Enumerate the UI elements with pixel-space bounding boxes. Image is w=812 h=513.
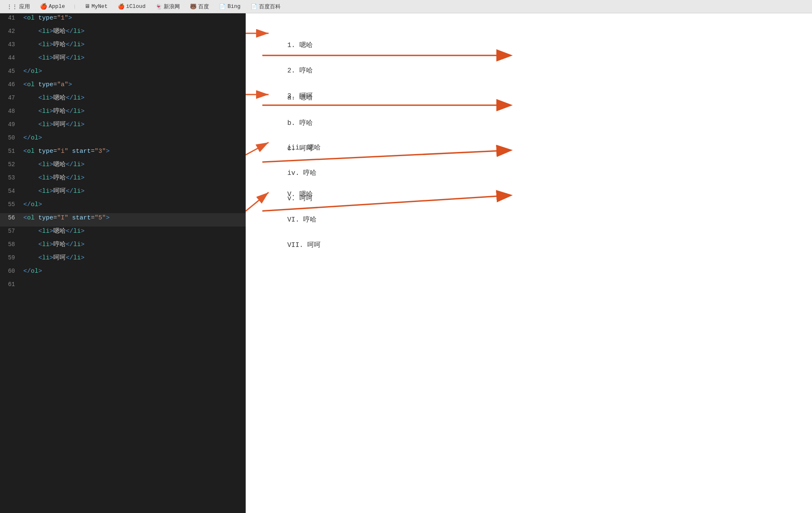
sina-bookmark[interactable]: 👻 新浪网: [154, 2, 182, 11]
code-line-47: 47 <li>嗯哈</li>: [0, 93, 246, 107]
icloud-icon: 🍎: [118, 3, 125, 10]
code-line-59: 59 <li>呵呵</li>: [0, 253, 246, 266]
list4-items: V. 嗯哈 VI. 哼哈 VII. 呵呵: [287, 188, 321, 252]
line-content-55: </ol>: [22, 200, 246, 210]
line-content-51: <ol type="i" start="3">: [22, 147, 246, 157]
line-num-55: 55: [0, 200, 22, 209]
line-content-47: <li>嗯哈</li>: [22, 93, 246, 103]
apps-grid-icon: ⋮⋮: [7, 3, 17, 10]
bing-icon: 📄: [219, 3, 226, 10]
list4-item-3: VII. 呵呵: [287, 239, 321, 252]
line-content-45: </ol>: [22, 67, 246, 77]
line-content-60: </ol>: [22, 266, 246, 276]
baidu-baike-icon: 📄: [251, 3, 257, 10]
line-content-43: <li>哼哈</li>: [22, 40, 246, 50]
apps-menu[interactable]: ⋮⋮ 应用: [5, 2, 32, 11]
list2-item-2: b. 哼哈: [287, 117, 313, 129]
code-line-53: 53 <li>哼哈</li>: [0, 173, 246, 187]
preview-panel: 1. 嗯哈 2. 哼哈 3. 呵呵 a. 嗯哈 b. 哼哈 c. 呵呵 iii.…: [246, 13, 812, 513]
code-line-44: 44 <li>呵呵</li>: [0, 53, 246, 67]
list4-item-1: V. 嗯哈: [287, 188, 321, 201]
line-content-44: <li>呵呵</li>: [22, 53, 246, 63]
line-content-46: <ol type="a">: [22, 80, 246, 90]
list1-item-1: 1. 嗯哈: [287, 39, 313, 52]
code-line-51: 51 <ol type="i" start="3">: [0, 147, 246, 160]
line-content-58: <li>哼哈</li>: [22, 240, 246, 250]
baidu-label: 百度: [198, 3, 209, 10]
line-content-56: <ol type="I" start="5">: [22, 213, 246, 223]
bing-bookmark[interactable]: 📄 Bing: [217, 2, 242, 11]
code-line-55: 55 </ol>: [0, 200, 246, 213]
apple-label: Apple: [49, 3, 65, 10]
preview-list-4: V. 嗯哈 VI. 哼哈 VII. 呵呵: [287, 188, 321, 264]
line-content-57: <li>嗯哈</li>: [22, 227, 246, 237]
line-content-50: </ol>: [22, 133, 246, 143]
code-panel: 41 <ol type="1"> 42 <li>嗯哈</li> 43 <li>哼…: [0, 13, 246, 513]
line-content-41: <ol type="1">: [22, 13, 246, 23]
baidu-baike-bookmark[interactable]: 📄 百度百科: [249, 2, 282, 11]
mynet-label: MyNet: [92, 3, 108, 10]
browser-bar: ⋮⋮ 应用 🍎 Apple | 🖥 MyNet 🍎 iCloud 👻 新浪网 🐻…: [0, 0, 812, 13]
line-num-61: 61: [0, 280, 22, 289]
code-line-57: 57 <li>嗯哈</li>: [0, 227, 246, 240]
icloud-bookmark[interactable]: 🍎 iCloud: [116, 2, 147, 11]
mynet-bookmark[interactable]: 🖥 MyNet: [83, 2, 110, 10]
line-num-59: 59: [0, 253, 22, 262]
sina-icon: 👻: [155, 3, 162, 10]
list3-item-2: iv. 哼哈: [287, 167, 321, 179]
code-line-48: 48 <li>哼哈</li>: [0, 107, 246, 120]
main-content: 41 <ol type="1"> 42 <li>嗯哈</li> 43 <li>哼…: [0, 13, 812, 513]
line-num-44: 44: [0, 53, 22, 62]
mynet-icon: 🖥: [85, 3, 90, 10]
line-content-52: <li>嗯哈</li>: [22, 160, 246, 170]
apple-bookmark[interactable]: 🍎 Apple: [38, 2, 67, 11]
code-line-49: 49 <li>呵呵</li>: [0, 120, 246, 133]
list3-item-1: iii. 嗯哈: [287, 142, 321, 154]
arrows-overlay: [262, 22, 795, 396]
line-num-52: 52: [0, 160, 22, 169]
apps-label: 应用: [19, 3, 30, 10]
baidu-icon: 🐻: [190, 3, 197, 10]
code-line-54: 54 <li>呵呵</li>: [0, 187, 246, 200]
baidu-baike-label: 百度百科: [259, 3, 281, 10]
line-num-56: 56: [0, 213, 22, 222]
sina-label: 新浪网: [164, 3, 180, 10]
code-line-61: 61: [0, 280, 246, 293]
line-num-57: 57: [0, 227, 22, 236]
line-content-49: <li>呵呵</li>: [22, 120, 246, 130]
code-line-41: 41 <ol type="1">: [0, 13, 246, 27]
code-line-50: 50 </ol>: [0, 133, 246, 147]
apple-icon: 🍎: [40, 3, 47, 10]
line-num-60: 60: [0, 266, 22, 276]
code-line-46: 46 <ol type="a">: [0, 80, 246, 93]
line-content-54: <li>呵呵</li>: [22, 187, 246, 197]
line-num-47: 47: [0, 93, 22, 102]
line-content-42: <li>嗯哈</li>: [22, 27, 246, 37]
icloud-label: iCloud: [126, 3, 146, 10]
code-line-60: 60 </ol>: [0, 266, 246, 280]
code-line-45: 45 </ol>: [0, 67, 246, 80]
list4-item-2: VI. 哼哈: [287, 214, 321, 226]
line-num-51: 51: [0, 147, 22, 156]
line-num-43: 43: [0, 40, 22, 49]
separator-1: |: [73, 4, 76, 9]
line-num-46: 46: [0, 80, 22, 89]
line-num-42: 42: [0, 27, 22, 36]
code-line-58: 58 <li>哼哈</li>: [0, 240, 246, 253]
line-num-50: 50: [0, 133, 22, 142]
baidu-bookmark[interactable]: 🐻 百度: [188, 2, 211, 11]
line-num-53: 53: [0, 173, 22, 182]
line-content-53: <li>哼哈</li>: [22, 173, 246, 183]
line-content-48: <li>哼哈</li>: [22, 107, 246, 117]
line-num-58: 58: [0, 240, 22, 249]
bing-label: Bing: [227, 3, 240, 10]
code-line-56: 56 <ol type="I" start="5">: [0, 213, 246, 227]
line-content-59: <li>呵呵</li>: [22, 253, 246, 263]
preview-container: 1. 嗯哈 2. 哼哈 3. 呵呵 a. 嗯哈 b. 哼哈 c. 呵呵 iii.…: [262, 22, 795, 505]
line-num-45: 45: [0, 67, 22, 76]
line-num-49: 49: [0, 120, 22, 129]
code-line-52: 52 <li>嗯哈</li>: [0, 160, 246, 173]
list1-item-2: 2. 哼哈: [287, 65, 313, 77]
line-num-48: 48: [0, 107, 22, 116]
line-num-54: 54: [0, 187, 22, 196]
